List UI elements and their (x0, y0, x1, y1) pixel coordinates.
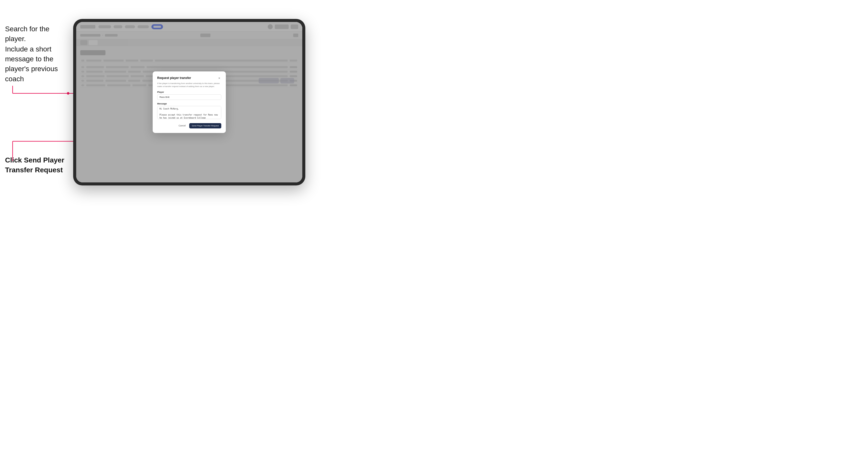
player-input[interactable] (157, 94, 221, 100)
message-field-label: Message (157, 102, 221, 105)
modal-close-button[interactable]: × (217, 76, 221, 80)
svg-point-2 (67, 92, 69, 95)
player-field-label: Player (157, 91, 221, 93)
send-transfer-button[interactable]: Send Player Transfer Request (189, 123, 221, 128)
request-transfer-modal: Request player transfer × If the player … (153, 71, 226, 133)
modal-description: If the player is transferring from anoth… (157, 82, 221, 88)
modal-header: Request player transfer × (157, 76, 221, 80)
message-textarea[interactable]: Hi Coach McHarg, Please accept this tran… (157, 106, 221, 119)
annotation-search-text: Search for the player. (5, 24, 71, 44)
modal-title: Request player transfer (157, 76, 191, 80)
modal-overlay: Request player transfer × If the player … (76, 22, 302, 182)
annotation-click-text: Click Send Player Transfer Request (5, 155, 71, 175)
cancel-button[interactable]: Cancel (177, 123, 187, 128)
modal-footer: Cancel Send Player Transfer Request (157, 123, 221, 128)
annotation-message-text: Include a short message to the player's … (5, 44, 71, 84)
annotation-click-prefix: Click (5, 156, 24, 164)
tablet-device: / (73, 19, 305, 185)
